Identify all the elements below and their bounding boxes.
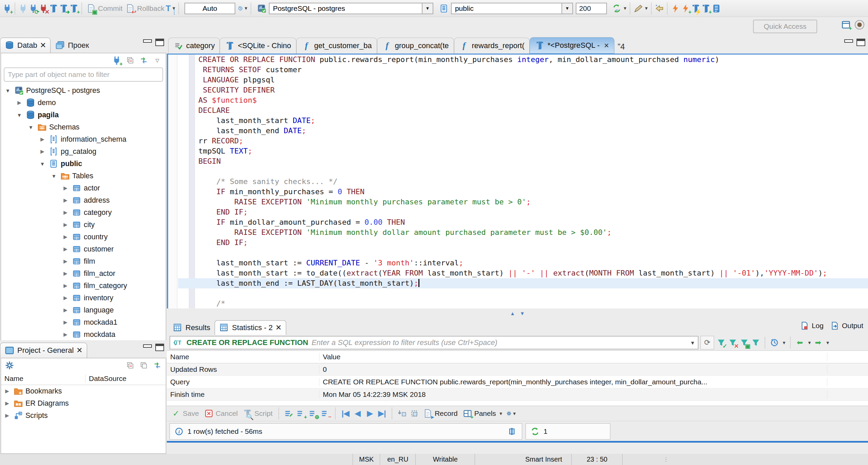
output-button[interactable]: Output bbox=[830, 321, 863, 331]
tree-item-language[interactable]: ▶language bbox=[1, 304, 166, 316]
script-list-icon[interactable] bbox=[711, 3, 721, 14]
collapse-all-icon[interactable] bbox=[125, 55, 135, 65]
tree-item-PostgreSQL - postgres[interactable]: ▼PostgreSQL - postgres bbox=[1, 84, 166, 97]
settings-gear-icon[interactable]: ▼ bbox=[507, 408, 517, 419]
close-icon[interactable]: ✕ bbox=[604, 42, 609, 49]
maximize-icon[interactable] bbox=[856, 39, 865, 46]
commit-button[interactable]: ▣Commit bbox=[85, 3, 124, 14]
sql-editor[interactable]: CREATE OR REPLACE FUNCTION public.reward… bbox=[167, 54, 868, 308]
tree-item-film_category[interactable]: ▶film_category bbox=[1, 280, 166, 292]
expand-all-icon[interactable] bbox=[139, 360, 149, 370]
project-item-Scripts[interactable]: ▶Scripts bbox=[1, 409, 166, 422]
code-view[interactable]: CREATE OR REPLACE FUNCTION public.reward… bbox=[195, 55, 868, 308]
filter-remove-icon[interactable]: ✕ bbox=[728, 338, 738, 348]
tree-item-mockdata[interactable]: ▶mockdata bbox=[1, 328, 166, 341]
transaction-mode-icon[interactable]: T⋮▼ bbox=[166, 3, 176, 14]
open-perspective-icon[interactable]: + bbox=[841, 20, 851, 30]
expand-arrow-icon[interactable]: ▶ bbox=[38, 148, 46, 155]
tree-item-film[interactable]: ▶film bbox=[1, 255, 166, 267]
editor-tab-6[interactable]: *<PostgreSQL - ✕ bbox=[530, 37, 614, 54]
statusbar-en-ru[interactable]: en_RU bbox=[380, 454, 416, 465]
tab-results[interactable]: Results bbox=[168, 320, 215, 335]
editor-tab-2[interactable]: <SQLite - Chino bbox=[220, 38, 296, 54]
tree-item-public[interactable]: ▼public bbox=[1, 158, 166, 170]
next-row-icon[interactable]: ▶ bbox=[365, 408, 375, 419]
dbeaver-perspective-icon[interactable] bbox=[854, 20, 865, 30]
column-name[interactable]: Name bbox=[1, 375, 85, 383]
tab-database-navigator[interactable]: Datab ✕ bbox=[0, 38, 51, 53]
pin-grid-icon[interactable] bbox=[508, 426, 518, 437]
reconnect-icon[interactable]: ⟳ bbox=[28, 3, 38, 14]
tree-item-actor[interactable]: ▶actor bbox=[1, 182, 166, 194]
last-row-icon[interactable]: ▶| bbox=[377, 408, 387, 419]
expand-arrow-icon[interactable]: ▶ bbox=[61, 331, 70, 338]
clock-history-icon[interactable]: ▼ bbox=[238, 3, 248, 14]
save-button[interactable]: ✓Save bbox=[170, 408, 200, 419]
open-sql-script-icon[interactable]: ➜ bbox=[59, 3, 69, 14]
minimize-icon[interactable] bbox=[844, 39, 853, 43]
sql-filter-input[interactable]: T CREATE OR REPLACE FUNCTION Enter a SQL… bbox=[170, 336, 698, 349]
tree-item-Tables[interactable]: ▼Tables bbox=[1, 170, 166, 182]
expand-arrow-icon[interactable]: ▶ bbox=[15, 100, 23, 106]
execute-bolt-new-icon[interactable]: + bbox=[680, 3, 691, 14]
expand-arrow-icon[interactable]: ▶ bbox=[61, 209, 70, 216]
connect-plug-icon[interactable]: + bbox=[112, 55, 122, 65]
new-sql-editor-icon[interactable]: + bbox=[69, 3, 79, 14]
expand-arrow-icon[interactable]: ▶ bbox=[61, 319, 70, 325]
filter-apply-icon[interactable]: ✓ bbox=[716, 338, 726, 348]
close-icon[interactable]: ✕ bbox=[40, 41, 46, 50]
script-new-icon[interactable]: + bbox=[701, 3, 711, 14]
sql-editor-icon[interactable] bbox=[48, 3, 59, 14]
column-datasource[interactable]: DataSource bbox=[85, 375, 126, 383]
disconnect-icon[interactable]: ✕ bbox=[38, 3, 48, 14]
expand-arrow-icon[interactable]: ▶ bbox=[61, 295, 70, 301]
edit-row-icon[interactable] bbox=[284, 408, 294, 419]
connection-combo[interactable]: PostgreSQL - postgres▼ bbox=[257, 3, 433, 14]
close-icon[interactable]: ✕ bbox=[275, 323, 281, 332]
collapse-arrow-icon[interactable]: ▼ bbox=[27, 124, 35, 130]
editor-tab-3[interactable]: fget_customer_ba bbox=[296, 38, 377, 54]
gear-icon[interactable] bbox=[4, 360, 15, 370]
editor-tab-5[interactable]: frewards_report( bbox=[454, 38, 530, 54]
execute-bolt-icon[interactable] bbox=[670, 3, 680, 14]
fetch-size-input[interactable]: 200 bbox=[576, 3, 607, 14]
chevron-down-icon[interactable]: ▼ bbox=[422, 3, 433, 14]
tree-item-pg_catalog[interactable]: ▶pg_catalog bbox=[1, 145, 166, 158]
column-value[interactable]: Value bbox=[319, 353, 827, 361]
delete-row-icon[interactable]: − bbox=[320, 408, 331, 419]
assistant-pen-icon[interactable] bbox=[633, 3, 643, 14]
tree-item-inventory[interactable]: ▶inventory bbox=[1, 292, 166, 304]
maximize-icon[interactable] bbox=[155, 39, 164, 46]
filter-custom-icon[interactable] bbox=[751, 338, 761, 348]
record-button[interactable]: ▸Record bbox=[421, 408, 459, 419]
expand-arrow-icon[interactable]: ▶ bbox=[61, 222, 70, 228]
chevron-down-icon[interactable]: ▼ bbox=[690, 340, 695, 346]
tree-item-category[interactable]: ▶category bbox=[1, 206, 166, 219]
view-menu-icon[interactable]: ▽ bbox=[152, 55, 162, 65]
collapse-arrow-icon[interactable]: ▼ bbox=[50, 173, 58, 179]
link-editor-icon[interactable] bbox=[152, 360, 162, 370]
nav-forward-icon[interactable]: ➡ bbox=[813, 338, 823, 348]
sync-connection-icon[interactable] bbox=[612, 3, 622, 14]
collapse-arrow-icon[interactable]: ▼ bbox=[38, 161, 46, 167]
editor-results-splitter[interactable]: ▲ ▼ bbox=[167, 308, 868, 318]
close-icon[interactable]: ✕ bbox=[76, 346, 82, 355]
stat-row-finish-time[interactable]: Finish time Mon Mar 05 14:22:39 MSK 2018 bbox=[167, 388, 868, 401]
auto-refresh-icon[interactable] bbox=[769, 338, 780, 348]
quick-access-input[interactable]: Quick Access bbox=[753, 20, 817, 33]
minimize-icon[interactable] bbox=[143, 344, 152, 348]
tree-item-information_schema[interactable]: ▶information_schema bbox=[1, 133, 166, 145]
tree-item-country[interactable]: ▶country bbox=[1, 231, 166, 243]
project-item-Bookmarks[interactable]: ▶★Bookmarks bbox=[1, 385, 166, 397]
tab-project-general[interactable]: Project - General ✕ bbox=[0, 343, 87, 358]
statusbar-writable[interactable]: Writable bbox=[416, 454, 475, 465]
statusbar-smart-insert[interactable]: Smart Insert bbox=[516, 454, 572, 465]
tree-item-pagila[interactable]: ▼pagila bbox=[1, 109, 166, 121]
expand-arrow-icon[interactable]: ▶ bbox=[61, 234, 70, 240]
prev-row-icon[interactable]: ◀ bbox=[353, 408, 363, 419]
fetch-page-icon[interactable] bbox=[397, 408, 407, 419]
statusbar-msk[interactable]: MSK bbox=[353, 454, 380, 465]
tab-projects[interactable]: Проек bbox=[51, 38, 93, 53]
expand-arrow-icon[interactable]: ▶ bbox=[61, 307, 70, 313]
collapse-arrow-icon[interactable]: ▼ bbox=[4, 88, 12, 94]
